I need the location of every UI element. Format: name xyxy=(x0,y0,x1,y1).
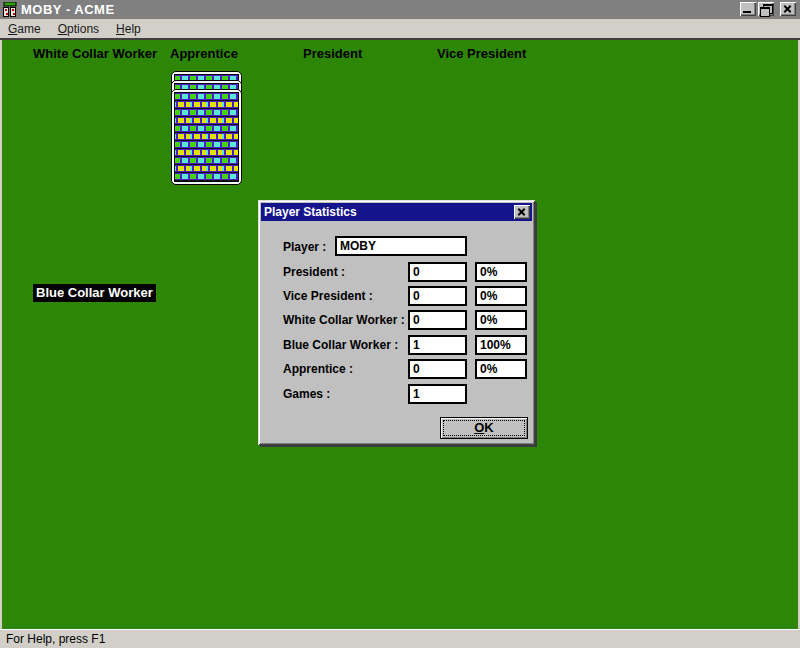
menu-item-game[interactable]: Game xyxy=(8,22,41,36)
blue-collar-worker-label: Blue Collar Worker xyxy=(33,284,156,302)
status-bar: For Help, press F1 xyxy=(0,629,800,648)
stat-label-blue-collar: Blue Collar Worker : xyxy=(283,338,398,352)
card-back xyxy=(171,89,242,185)
player-stats-dialog: Player Statistics Player : MOBY Presiden… xyxy=(258,200,535,445)
column-header-president: President xyxy=(303,46,362,61)
stat-label-white-collar: White Collar Worker : xyxy=(283,313,405,327)
stat-percent-white-collar: 0% xyxy=(475,310,527,330)
dialog-title: Player Statistics xyxy=(261,205,357,219)
stat-percent-vice-president: 0% xyxy=(475,286,527,306)
column-header-apprentice: Apprentice xyxy=(170,46,238,61)
stat-label-apprentice: Apprentice : xyxy=(283,362,353,376)
restore-button[interactable] xyxy=(758,2,774,16)
stat-count-vice-president: 0 xyxy=(408,286,467,306)
stat-label-president: President : xyxy=(283,265,345,279)
column-header-vice-president: Vice President xyxy=(437,46,526,61)
stat-count-president: 0 xyxy=(408,262,467,282)
stat-count-white-collar: 0 xyxy=(408,310,467,330)
stat-percent-president: 0% xyxy=(475,262,527,282)
window-frame-left xyxy=(0,40,2,629)
window-title: MOBY - ACME xyxy=(21,2,115,17)
apprentice-card-stack[interactable] xyxy=(171,71,242,186)
games-count-box: 1 xyxy=(408,384,467,404)
menu-item-options[interactable]: Options xyxy=(58,22,99,36)
menu-item-help[interactable]: Help xyxy=(116,22,141,36)
dialog-title-bar[interactable]: Player Statistics xyxy=(261,203,532,221)
status-text: For Help, press F1 xyxy=(0,632,105,646)
menu-bar: Game Options Help xyxy=(0,19,800,38)
player-name-box: MOBY xyxy=(335,236,467,256)
player-label: Player : xyxy=(283,240,326,254)
stat-label-vice-president: Vice President : xyxy=(283,289,373,303)
stat-percent-apprentice: 0% xyxy=(475,359,527,379)
title-bar: MOBY - ACME xyxy=(0,0,800,19)
stat-count-blue-collar: 1 xyxy=(408,335,467,355)
ok-button[interactable]: OK xyxy=(440,417,528,439)
stat-percent-blue-collar: 100% xyxy=(475,335,527,355)
column-header-white-collar-worker: White Collar Worker xyxy=(33,46,157,61)
close-icon[interactable] xyxy=(780,2,796,16)
games-label: Games : xyxy=(283,387,330,401)
stat-count-apprentice: 0 xyxy=(408,359,467,379)
dialog-close-icon[interactable] xyxy=(514,205,530,219)
app-icon xyxy=(3,2,17,17)
minimize-button[interactable] xyxy=(740,2,756,16)
